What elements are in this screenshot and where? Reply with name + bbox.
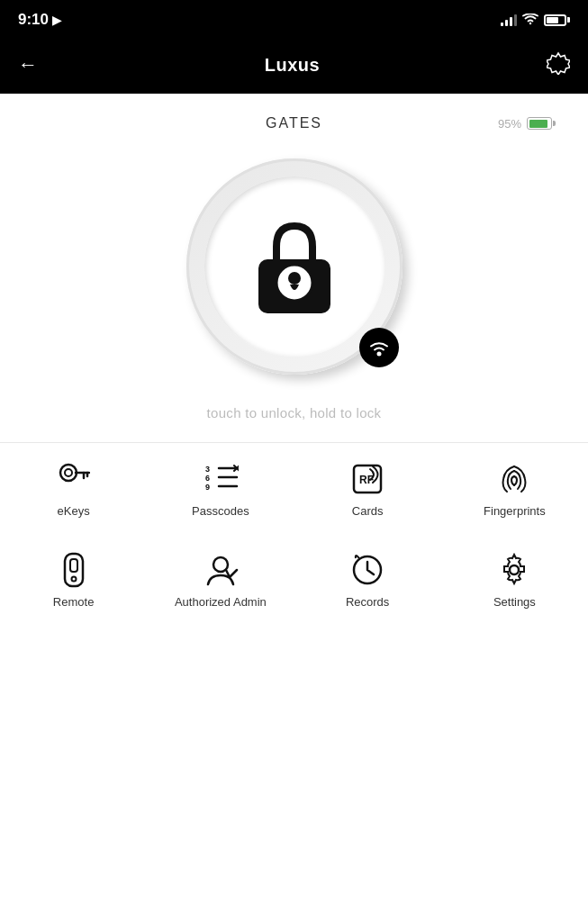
svg-point-6 — [65, 469, 72, 476]
ekeys-label: eKeys — [58, 504, 90, 520]
location-arrow-icon: ▶ — [52, 14, 61, 27]
records-label: Records — [346, 595, 389, 610]
lock-hint: touch to unlock, hold to lock — [207, 405, 382, 420]
authorized-admin-icon — [203, 552, 239, 588]
nav-item-remote[interactable]: Remote — [0, 534, 147, 625]
battery-indicator-icon — [527, 117, 552, 130]
battery-level: 95% — [498, 117, 552, 131]
fingerprints-icon — [496, 461, 532, 497]
records-icon — [349, 552, 385, 588]
cards-label: Cards — [352, 504, 384, 520]
nav-item-passcodes[interactable]: 3 6 9 Passcodes — [147, 443, 294, 534]
signal-icon — [501, 14, 517, 26]
time-text: 9:10 — [18, 11, 49, 29]
svg-point-4 — [376, 352, 381, 357]
main-content: GATES 95% — [0, 94, 588, 625]
lock-inner — [204, 176, 384, 357]
back-button[interactable]: ← — [18, 53, 38, 77]
wifi-badge-button[interactable] — [359, 328, 399, 367]
lock-header: GATES 95% — [18, 115, 570, 131]
remote-icon — [56, 552, 92, 588]
header: ← Luxus — [0, 40, 588, 94]
svg-text:RF: RF — [359, 474, 374, 486]
passcodes-icon: 3 6 9 — [203, 461, 239, 497]
settings-nav-icon — [496, 552, 532, 588]
settings-icon[interactable] — [547, 51, 570, 78]
app-title: Luxus — [265, 55, 320, 76]
lock-icon — [245, 212, 344, 321]
status-bar: 9:10 ▶ — [0, 0, 588, 40]
nav-item-records[interactable]: Records — [294, 534, 441, 625]
svg-point-22 — [71, 576, 76, 581]
battery-percent-text: 95% — [498, 117, 521, 131]
svg-point-5 — [60, 465, 77, 481]
svg-rect-21 — [70, 559, 77, 572]
svg-text:3: 3 — [205, 465, 210, 474]
passcodes-label: Passcodes — [192, 504, 249, 520]
lock-section: GATES 95% — [0, 115, 588, 442]
settings-label: Settings — [493, 595, 536, 610]
svg-point-25 — [510, 565, 519, 574]
battery-status-icon — [544, 14, 570, 26]
fingerprints-label: Fingerprints — [484, 504, 546, 520]
nav-item-authorized-admin[interactable]: Authorized Admin — [147, 534, 294, 625]
nav-item-ekeys[interactable]: eKeys — [0, 443, 147, 534]
remote-label: Remote — [53, 595, 95, 610]
nav-item-fingerprints[interactable]: Fingerprints — [441, 443, 588, 534]
nav-item-cards[interactable]: RF Cards — [294, 443, 441, 534]
svg-text:9: 9 — [205, 483, 210, 492]
lock-button[interactable] — [177, 149, 412, 384]
lock-title: GATES — [266, 115, 322, 131]
ekeys-icon — [56, 461, 92, 497]
nav-item-settings[interactable]: Settings — [441, 534, 588, 625]
status-icons — [501, 14, 570, 26]
nav-grid: eKeys 3 6 9 Passcodes — [0, 443, 588, 625]
wifi-status-icon — [522, 14, 538, 26]
svg-marker-0 — [547, 53, 570, 75]
svg-point-3 — [288, 272, 301, 285]
svg-text:6: 6 — [205, 474, 210, 483]
cards-icon: RF — [349, 461, 385, 497]
authorized-admin-label: Authorized Admin — [175, 595, 267, 610]
status-time: 9:10 ▶ — [18, 11, 61, 29]
